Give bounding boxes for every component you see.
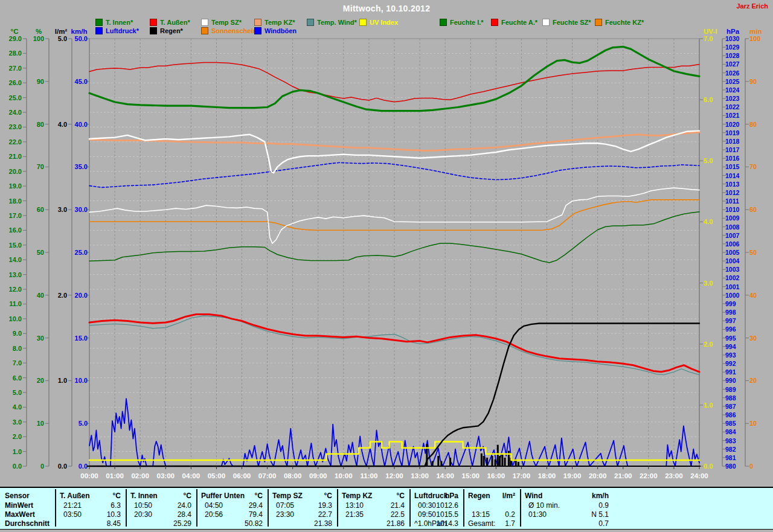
table-header-col4-unit: °C — [272, 492, 332, 500]
axis-tick-label-c: 5.0 — [13, 389, 22, 396]
series-feuchte-kz — [89, 200, 699, 230]
axis-tick-label-hpa: 1028 — [725, 52, 740, 59]
axis-tick-label-c: 28.0 — [9, 50, 22, 57]
axis-tick-label-c: 17.0 — [9, 212, 22, 219]
axis-tick-label-hpa: 1020 — [725, 121, 740, 128]
table-col4-min-value: 19.3 — [272, 501, 332, 510]
table-column-separator — [196, 489, 197, 527]
axis-tick-label-c: 13.0 — [9, 271, 22, 278]
axis-tick-label-lm2: 1.0 — [58, 377, 67, 384]
x-axis-label: 06:00 — [233, 472, 251, 479]
table-column-separator — [409, 489, 411, 527]
axis-tick-label-hpa: 981 — [725, 454, 736, 461]
x-axis-label: 10:00 — [335, 472, 352, 479]
axis-tick-label-hpa: 1021 — [725, 112, 740, 119]
axis-tick-label-hpa: 984 — [725, 428, 736, 435]
table-col6-avg-value: 1014.3 — [414, 519, 458, 528]
axis-tick-label-c: 3.0 — [13, 418, 22, 426]
axis-tick-label-uv: 5.0 — [704, 157, 713, 164]
axis-tick-label-hpa: 985 — [725, 420, 736, 427]
axis-tick-label-c: 20.0 — [9, 168, 22, 175]
x-axis-label: 03:00 — [157, 472, 175, 479]
axis-tick-label-pct: 100 — [33, 35, 44, 42]
table-col8-min-value: 0.9 — [525, 501, 609, 510]
axis-tick-label-c: 21.0 — [9, 153, 22, 160]
axis-tick-label-hpa: 1003 — [725, 266, 740, 273]
table-column-separator — [337, 489, 338, 527]
axis-tick-label-c: 19.0 — [9, 182, 22, 190]
axis-tick-label-c: 14.0 — [9, 256, 22, 263]
axis-tick-label-min: 50 — [749, 249, 757, 256]
table-col8-max-value: N 5.1 — [525, 510, 609, 519]
table-col1-min-value: 6.3 — [60, 501, 121, 510]
axis-unit-uv: UV-I — [704, 28, 717, 35]
table-column-separator — [268, 489, 269, 527]
table-header-col3-unit: °C — [201, 492, 263, 500]
table-col6-min-value: 1012.6 — [414, 501, 458, 510]
axis-tick-label-c: 6.0 — [13, 374, 22, 382]
axis-tick-label-hpa: 989 — [725, 386, 736, 393]
axis-tick-label-hpa: 1008 — [725, 223, 740, 231]
axis-tick-label-pct: 90 — [37, 78, 44, 85]
axis-tick-label-pct: 10 — [37, 420, 44, 427]
axis-tick-label-hpa: 1009 — [725, 214, 740, 222]
x-axis-label: 01:00 — [106, 472, 123, 479]
axis-tick-label-c: 11.0 — [9, 300, 22, 307]
axis-tick-label-uv: 6.0 — [704, 96, 713, 103]
x-axis-label: 02:00 — [131, 472, 149, 479]
series-feuchte-i — [89, 212, 699, 263]
axis-tick-label-hpa: 1013 — [725, 181, 740, 188]
axis-tick-label-kmh: 0.0 — [79, 463, 88, 470]
axis-tick-label-min: 10 — [749, 420, 757, 427]
table-row-label-minwert: MinWert — [5, 501, 53, 510]
axis-tick-label-hpa: 993 — [725, 351, 736, 359]
axis-tick-label-hpa: 999 — [725, 300, 736, 307]
table-col2-avg-value: 25.29 — [130, 519, 191, 528]
axis-tick-label-c: 12.0 — [9, 286, 22, 293]
axis-tick-label-uv: 2.0 — [704, 341, 713, 348]
axis-tick-label-c: 9.0 — [13, 330, 22, 337]
axis-tick-label-c: 24.0 — [9, 109, 22, 116]
axis-tick-label-hpa: 1012 — [725, 189, 740, 196]
axis-tick-label-hpa: 988 — [725, 394, 736, 402]
table-column-separator — [126, 489, 127, 527]
x-axis-label: 16:00 — [487, 472, 505, 479]
table-col5-max-value: 22.5 — [342, 510, 405, 519]
axis-tick-label-lm2: 2.0 — [58, 292, 67, 299]
table-col6-max-value: 1015.5 — [414, 510, 458, 519]
axis-tick-label-hpa: 998 — [725, 309, 736, 316]
x-axis-label: 23:00 — [665, 472, 682, 479]
table-col1-avg-value: 8.45 — [60, 519, 121, 528]
axis-tick-label-hpa: 1029 — [725, 43, 740, 51]
axis-tick-label-pct: 20 — [37, 377, 44, 384]
table-header-col6-unit: hPa — [414, 492, 458, 500]
axis-tick-label-hpa: 983 — [725, 437, 736, 444]
x-axis-label: 17:00 — [513, 472, 530, 479]
axis-tick-label-kmh: 25.0 — [75, 249, 88, 256]
axis-tick-label-uv: 1.0 — [704, 402, 713, 409]
x-axis-label: 18:00 — [538, 472, 556, 479]
table-header-col7-unit: l/m² — [468, 492, 515, 500]
axis-tick-label-uv: 7.0 — [704, 35, 713, 42]
table-column-separator — [520, 489, 521, 527]
table-col2-min-value: 24.0 — [130, 501, 191, 510]
axis-tick-label-hpa: 1001 — [725, 283, 740, 290]
axis-tick-label-uv: 3.0 — [704, 280, 713, 287]
axis-tick-label-min: 30 — [749, 335, 757, 342]
axis-tick-label-min: 90 — [749, 78, 757, 85]
axis-tick-label-hpa: 987 — [725, 403, 736, 410]
x-axis-label: 00:00 — [80, 472, 98, 479]
axis-unit-lm2: l/m² — [55, 28, 68, 35]
axis-tick-label-c: 22.0 — [9, 138, 22, 146]
axis-unit-hpa: hPa — [726, 28, 740, 35]
axis-tick-label-c: 29.0 — [9, 35, 22, 42]
axis-unit-pct: % — [36, 28, 42, 35]
axis-tick-label-lm2: 5.0 — [58, 35, 67, 42]
axis-tick-label-hpa: 1015 — [725, 163, 740, 170]
x-axis-label: 12:00 — [385, 472, 403, 479]
x-axis-label: 20:00 — [589, 472, 606, 479]
axis-tick-label-hpa: 1016 — [725, 155, 740, 162]
table-bottom-border — [0, 529, 773, 530]
axis-tick-label-c: 10.0 — [9, 315, 22, 322]
axis-tick-label-hpa: 1022 — [725, 103, 740, 111]
